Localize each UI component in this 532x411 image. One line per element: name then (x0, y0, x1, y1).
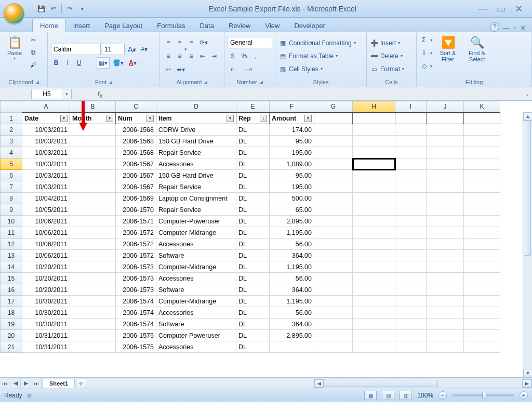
row-header-10[interactable]: 10 (1, 216, 22, 227)
copy-button[interactable]: ⧉ (28, 47, 38, 58)
align-center-button[interactable]: ≡ (175, 50, 185, 62)
cell-J8[interactable] (427, 193, 464, 204)
cell-K18[interactable] (464, 307, 500, 319)
cell-H7[interactable] (353, 181, 395, 193)
cell-J9[interactable] (427, 204, 464, 216)
cell-C5[interactable]: 2006-1567 (116, 158, 156, 170)
cell-D10[interactable]: Computer-Poweruser (156, 216, 236, 227)
cell-I8[interactable] (395, 193, 427, 204)
cell-D21[interactable]: Accessories (156, 341, 236, 353)
cell-I12[interactable] (395, 238, 427, 250)
cell-B5[interactable] (70, 158, 116, 170)
header-cell-D[interactable]: Item▼ (156, 113, 236, 124)
cell-K7[interactable] (464, 181, 500, 193)
cell-E4[interactable]: DL (236, 147, 270, 158)
undo-icon[interactable]: ↶ (49, 4, 58, 14)
zoom-out-button[interactable]: − (438, 391, 447, 400)
alignment-dialog-launcher[interactable]: ◢ (204, 79, 207, 85)
sheet-tab-sheet1[interactable]: Sheet1 (43, 379, 75, 388)
cell-I9[interactable] (395, 204, 427, 216)
cell-H13[interactable] (353, 250, 395, 261)
increase-indent-button[interactable]: ⇥ (209, 50, 219, 62)
cell-B13[interactable] (70, 250, 116, 261)
cell-A17[interactable]: 10/30/2011 (22, 296, 70, 307)
cell-B9[interactable] (70, 204, 116, 216)
cell-F6[interactable]: 95.00 (270, 170, 314, 181)
cell-C13[interactable]: 2006-1572 (116, 250, 156, 261)
tab-formulas[interactable]: Formulas (150, 19, 192, 32)
cell-G2[interactable] (314, 124, 353, 136)
cell-A14[interactable]: 10/20/2011 (22, 261, 70, 273)
cell-B19[interactable] (70, 319, 116, 330)
cell-B16[interactable] (70, 284, 116, 296)
fill-color-button[interactable]: 🪣▾ (111, 57, 126, 69)
header-cell-B[interactable]: Month▼ (70, 113, 116, 124)
cell-C8[interactable]: 2006-1569 (116, 193, 156, 204)
cell-G10[interactable] (314, 216, 353, 227)
qat-customize-icon[interactable]: ▾ (77, 4, 87, 14)
cell-A7[interactable]: 10/03/2011 (22, 181, 70, 193)
borders-button[interactable]: ▦▾ (97, 57, 110, 69)
cut-button[interactable]: ✂ (28, 34, 38, 46)
cell-C16[interactable]: 2006-1573 (116, 284, 156, 296)
cell-F5[interactable]: 1,089.00 (270, 158, 314, 170)
cell-K14[interactable] (464, 261, 500, 273)
cell-J20[interactable] (427, 330, 464, 341)
cell-E7[interactable]: DL (236, 181, 270, 193)
cell-D14[interactable]: Computer-Midrange (156, 261, 236, 273)
number-format-combo[interactable]: ▾ (228, 37, 272, 48)
row-header-12[interactable]: 12 (1, 238, 22, 250)
cell-J16[interactable] (427, 284, 464, 296)
cell-B6[interactable] (70, 170, 116, 181)
name-box[interactable] (31, 89, 62, 99)
cell-D12[interactable]: Accessories (156, 238, 236, 250)
cell-F9[interactable]: 65.00 (270, 204, 314, 216)
mdi-restore-button[interactable]: ▫ (513, 24, 516, 32)
cell-A15[interactable]: 10/20/2011 (22, 273, 70, 284)
cell-D15[interactable]: Accessories (156, 273, 236, 284)
cell-H20[interactable] (353, 330, 395, 341)
cell-F12[interactable]: 56.00 (270, 238, 314, 250)
cell-K5[interactable] (464, 158, 500, 170)
cell-C9[interactable]: 2006-1570 (116, 204, 156, 216)
cell-C11[interactable]: 2006-1572 (116, 227, 156, 238)
minimize-button[interactable]: — (478, 3, 487, 15)
row-header-11[interactable]: 11 (1, 227, 22, 238)
cell-H15[interactable] (353, 273, 395, 284)
cell-K20[interactable] (464, 330, 500, 341)
col-header-K[interactable]: K (464, 101, 500, 113)
cell-B14[interactable] (70, 261, 116, 273)
scroll-down-button[interactable]: ▼ (523, 369, 532, 377)
col-header-C[interactable]: C (116, 101, 156, 113)
name-box-dropdown[interactable]: ▾ (62, 89, 72, 99)
cell-K12[interactable] (464, 238, 500, 250)
cell-A12[interactable]: 10/06/2011 (22, 238, 70, 250)
grow-font-button[interactable]: A▴ (126, 44, 138, 55)
cell-H14[interactable] (353, 261, 395, 273)
align-top-button[interactable]: ≡ (163, 37, 174, 48)
cell-C4[interactable]: 2006-1568 (116, 147, 156, 158)
cell-C7[interactable]: 2006-1567 (116, 181, 156, 193)
cell-G14[interactable] (314, 261, 353, 273)
cell-E14[interactable]: DL (236, 261, 270, 273)
normal-view-button[interactable]: ▦ (364, 391, 377, 400)
cell-H4[interactable] (353, 147, 395, 158)
zoom-level[interactable]: 100% (417, 392, 433, 399)
cell-D19[interactable]: Software (156, 319, 236, 330)
cell-H6[interactable] (353, 170, 395, 181)
sort-filter-button[interactable]: 🔽 Sort & Filter (434, 34, 461, 63)
col-header-E[interactable]: E (236, 101, 270, 113)
cell-G5[interactable] (314, 158, 353, 170)
orientation-button[interactable]: ⟳▾ (197, 37, 210, 48)
bold-button[interactable]: B (51, 57, 61, 69)
filter-button-C[interactable]: ▼ (147, 115, 154, 122)
col-header-J[interactable]: J (427, 101, 464, 113)
cell-A13[interactable]: 10/06/2011 (22, 250, 70, 261)
paste-button[interactable]: 📋 Paste ▾ (3, 34, 26, 62)
row-header-5[interactable]: 5 (1, 158, 22, 170)
row-header-4[interactable]: 4 (1, 147, 22, 158)
header-cell-F[interactable]: Amount▼ (270, 113, 314, 124)
cell-F21[interactable] (270, 341, 314, 353)
cell-K16[interactable] (464, 284, 500, 296)
close-button[interactable]: ✕ (515, 3, 523, 15)
